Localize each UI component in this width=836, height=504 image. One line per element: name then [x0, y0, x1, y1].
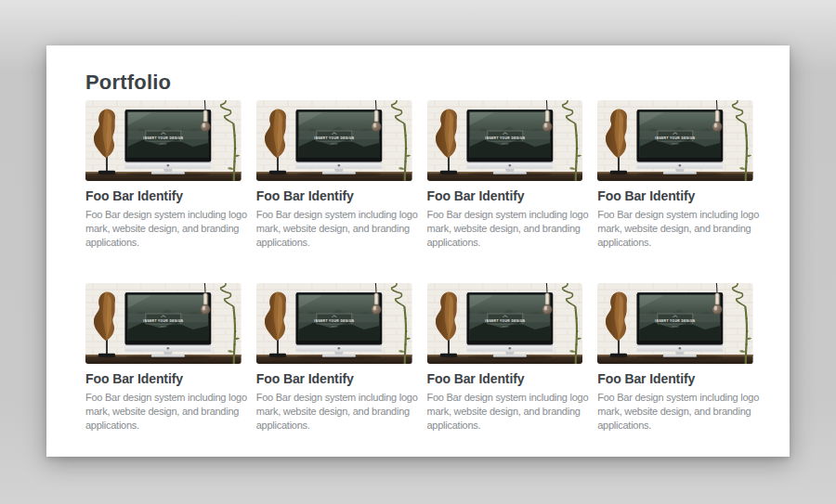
- portfolio-item-description: Foo Bar design system including logo mar…: [427, 208, 583, 250]
- portfolio-thumbnail-imac-mockup[interactable]: [427, 100, 583, 181]
- portfolio-item: Foo Bar Identify Foo Bar design system i…: [427, 283, 583, 433]
- portfolio-item: Foo Bar Identify Foo Bar design system i…: [85, 100, 242, 250]
- portfolio-item: Foo Bar Identify Foo Bar design system i…: [597, 283, 753, 433]
- portfolio-item: Foo Bar Identify Foo Bar design system i…: [256, 100, 412, 250]
- portfolio-item-description: Foo Bar design system including logo mar…: [427, 391, 583, 433]
- portfolio-item-title: Foo Bar Identify: [597, 371, 753, 387]
- portfolio-item-title: Foo Bar Identify: [85, 371, 242, 387]
- portfolio-card: Portfolio Foo Bar Identify Foo Bar desig…: [46, 45, 790, 457]
- portfolio-item: Foo Bar Identify Foo Bar design system i…: [85, 283, 242, 433]
- portfolio-item-title: Foo Bar Identify: [597, 188, 753, 204]
- portfolio-thumbnail-imac-mockup[interactable]: [85, 283, 242, 364]
- portfolio-thumbnail-imac-mockup[interactable]: [256, 100, 412, 181]
- page-title: Portfolio: [85, 70, 753, 95]
- portfolio-item-description: Foo Bar design system including logo mar…: [597, 208, 753, 250]
- portfolio-item: Foo Bar Identify Foo Bar design system i…: [597, 100, 753, 250]
- portfolio-item-description: Foo Bar design system including logo mar…: [256, 391, 412, 433]
- portfolio-item-title: Foo Bar Identify: [85, 188, 242, 204]
- portfolio-item-title: Foo Bar Identify: [256, 188, 412, 204]
- desktop-background: Portfolio Foo Bar Identify Foo Bar desig…: [0, 0, 836, 504]
- portfolio-thumbnail-imac-mockup[interactable]: [85, 100, 242, 181]
- portfolio-item: Foo Bar Identify Foo Bar design system i…: [256, 283, 412, 433]
- portfolio-item-title: Foo Bar Identify: [427, 371, 583, 387]
- portfolio-item-description: Foo Bar design system including logo mar…: [85, 208, 242, 250]
- portfolio-thumbnail-imac-mockup[interactable]: [256, 283, 412, 364]
- portfolio-item-description: Foo Bar design system including logo mar…: [597, 391, 753, 433]
- portfolio-item-title: Foo Bar Identify: [427, 188, 583, 204]
- portfolio-item: Foo Bar Identify Foo Bar design system i…: [427, 100, 583, 250]
- portfolio-thumbnail-imac-mockup[interactable]: [427, 283, 583, 364]
- portfolio-item-title: Foo Bar Identify: [256, 371, 412, 387]
- portfolio-item-description: Foo Bar design system including logo mar…: [85, 391, 242, 433]
- portfolio-item-description: Foo Bar design system including logo mar…: [256, 208, 412, 250]
- portfolio-thumbnail-imac-mockup[interactable]: [597, 100, 753, 181]
- portfolio-grid: Foo Bar Identify Foo Bar design system i…: [85, 100, 753, 433]
- portfolio-thumbnail-imac-mockup[interactable]: [597, 283, 753, 364]
